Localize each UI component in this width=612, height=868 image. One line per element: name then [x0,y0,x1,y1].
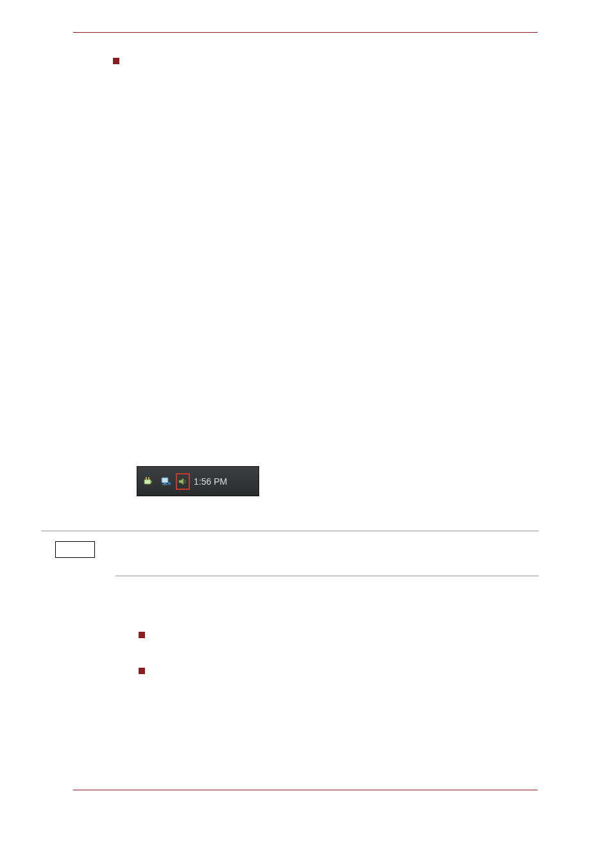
speaker-icon [178,476,188,487]
bullet-icon [139,632,145,638]
list-item [113,54,139,64]
list-item [139,628,164,638]
top-divider [73,32,538,33]
bullet-icon [139,668,145,674]
note-divider-mid [115,575,539,577]
windows-system-tray: 1:56 PM [137,466,259,496]
note-divider-top [41,530,539,532]
list-item [139,664,164,674]
speaker-icon-highlighted [176,473,190,490]
bullet-icon [113,58,119,64]
svg-point-5 [168,482,171,485]
battery-icon [141,474,155,489]
bottom-divider [73,790,538,790]
svg-rect-0 [144,480,151,484]
network-icon [159,474,173,489]
svg-rect-2 [162,478,168,483]
svg-rect-4 [162,484,167,485]
tray-clock: 1:56 PM [194,476,227,487]
svg-rect-1 [151,481,152,483]
svg-rect-3 [164,483,166,484]
note-label-box [55,541,95,558]
